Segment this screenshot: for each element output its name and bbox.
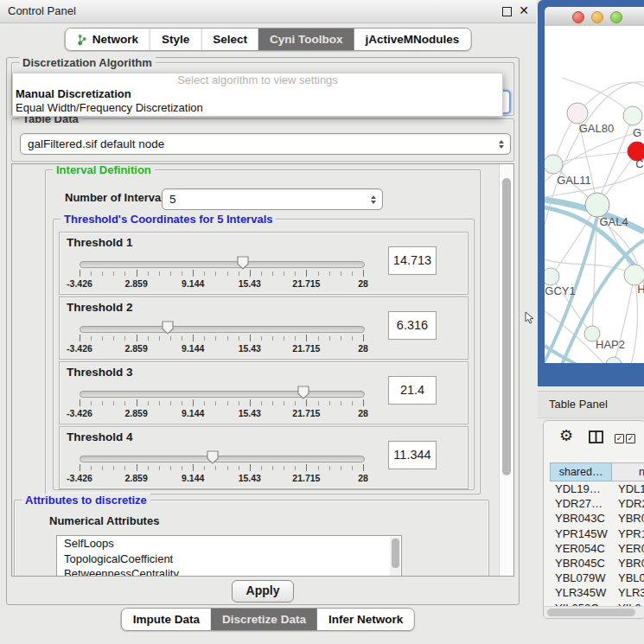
table-horizontal-scrollbar[interactable] <box>544 606 644 618</box>
network-node[interactable] <box>623 106 642 125</box>
tab-infer-network[interactable]: Infer Network <box>317 609 414 630</box>
attributes-listbox[interactable]: SelfLoopsTopologicalCoefficientBetweenne… <box>56 535 402 577</box>
threshold-slider[interactable]: -3.4262.8599.14415.4321.71528 <box>80 386 363 421</box>
node-label: HAP2 <box>596 338 625 351</box>
table-row[interactable]: YDL19…YDL1 <box>550 481 644 496</box>
tab-style[interactable]: Style <box>150 29 201 50</box>
close-traffic-light[interactable] <box>572 11 584 23</box>
threshold-value-field[interactable]: 11.344 <box>388 441 437 469</box>
tab-select[interactable]: Select <box>201 29 258 50</box>
attribute-item-betweennesscentrality[interactable]: BetweennessCentrality <box>57 566 401 577</box>
columns-icon[interactable] <box>589 430 603 443</box>
node-label: GCY1 <box>545 284 575 297</box>
network-node[interactable] <box>585 193 609 217</box>
settings-scrollpane: Interval Definition Number of Intervals … <box>11 163 514 577</box>
tab-cyni-toolbox[interactable]: Cyni Toolbox <box>258 29 354 50</box>
tick-label: 28 <box>358 408 368 418</box>
table-panel-toolbar: ⚙ ✓ ✓ <box>544 421 644 456</box>
attribute-item-selfloops[interactable]: SelfLoops <box>57 536 401 552</box>
algorithm-option-equal-width-frequency-discretization[interactable]: Equal Width/Frequency Discretization <box>13 101 502 115</box>
column-header-shared-name[interactable]: shared… <box>550 462 612 481</box>
algorithm-placeholder-option[interactable]: Select algorithm to view settings <box>13 73 502 87</box>
attribute-item-topologicalcoefficient[interactable]: TopologicalCoefficient <box>57 552 401 567</box>
table-cell: YBR045C <box>550 556 612 571</box>
threshold-value-field[interactable]: 14.713 <box>388 246 437 275</box>
table-row[interactable]: YPR145WYPR1 <box>550 526 644 541</box>
slider-major-tick <box>363 270 364 277</box>
table-cell: YBR0 <box>612 511 644 526</box>
threshold-label: Threshold 2 <box>67 301 133 314</box>
minimize-traffic-light[interactable] <box>591 11 603 23</box>
table-panel-titlebar: Table Panel <box>538 391 644 418</box>
table-row[interactable]: YER054CYER0 <box>550 541 644 556</box>
checkbox-icon[interactable]: ✓ <box>615 434 624 443</box>
slider-major-tick <box>137 399 137 406</box>
table-data-group: Table Data galFiltered.sif default node <box>11 118 514 162</box>
tick-label: 9.144 <box>182 343 204 354</box>
table-row[interactable]: YBR043CYBR0 <box>550 511 644 526</box>
slider-major-tick <box>80 270 80 277</box>
table-panel-window: ⚙ ✓ ✓ shared… na YDL19…YDL1YDR27…YDR2YBR… <box>543 420 644 619</box>
threshold-slider[interactable]: -3.4262.8599.14415.4321.71528 <box>80 451 363 486</box>
slider-major-tick <box>363 464 364 471</box>
control-panel-tabbar: NetworkStyleSelectCyni ToolboxjActiveMNo… <box>65 28 472 51</box>
threshold-value-field[interactable]: 6.316 <box>388 311 437 340</box>
cyni-toolbox-panel: Discretization Algorithm Table Data galF… <box>6 57 520 605</box>
tick-label: -3.426 <box>67 343 92 354</box>
tab-discretize-data[interactable]: Discretize Data <box>211 609 317 630</box>
tick-label: -3.426 <box>67 278 92 289</box>
algorithm-option-manual-discretization[interactable]: Manual Discretization <box>13 87 502 101</box>
threshold-slider[interactable]: -3.4262.8599.14415.4321.71528 <box>80 257 363 291</box>
column-header-name[interactable]: na <box>612 462 644 481</box>
tab-label: Select <box>213 29 247 50</box>
network-node[interactable] <box>545 268 559 285</box>
table-row[interactable]: YBL079WYBL0 <box>550 571 644 585</box>
network-edge <box>553 151 637 164</box>
threshold-value-field[interactable]: 21.4 <box>388 376 437 405</box>
tick-label: 21.715 <box>292 473 320 483</box>
network-node[interactable] <box>606 357 622 363</box>
list-scrollbar[interactable] <box>390 537 400 577</box>
slider-thumb[interactable] <box>161 321 174 335</box>
num-intervals-label: Number of Intervals <box>65 191 170 204</box>
zoom-traffic-light[interactable] <box>610 11 622 23</box>
settings-scrollbar-thumb[interactable] <box>502 178 511 475</box>
network-canvas[interactable]: GAL80GGAL11CGAL4GCY1HHAP2 <box>545 26 644 363</box>
slider-major-tick <box>80 399 80 406</box>
gear-icon[interactable]: ⚙ <box>559 426 573 445</box>
table-row[interactable]: YDR27…YDR2 <box>550 496 644 511</box>
apply-button[interactable]: Apply <box>232 580 294 603</box>
num-intervals-combobox[interactable]: 5 <box>162 188 383 210</box>
slider-track[interactable] <box>80 391 365 398</box>
network-node[interactable] <box>567 103 588 124</box>
checkbox-icon[interactable]: ✓ <box>626 434 635 443</box>
table-data-combobox[interactable]: galFiltered.sif default node <box>20 133 511 155</box>
network-node[interactable] <box>545 155 563 174</box>
list-scrollbar-thumb[interactable] <box>392 539 399 568</box>
table-row[interactable]: YLR345WYLR3 <box>550 585 644 600</box>
tab-jactivemnodules[interactable]: jActiveMNodules <box>354 29 471 50</box>
slider-track[interactable] <box>80 456 365 462</box>
tab-network[interactable]: Network <box>66 29 150 50</box>
table-cell: YBR0 <box>612 556 644 571</box>
slider-thumb[interactable] <box>237 256 250 270</box>
threshold-slider[interactable]: -3.4262.8599.14415.4321.71528 <box>80 322 363 356</box>
node-label: H <box>637 283 644 296</box>
table-row[interactable]: YBR045CYBR0 <box>550 556 644 571</box>
tick-label: 2.859 <box>124 278 147 289</box>
tick-label: 21.715 <box>292 343 320 354</box>
settings-vertical-scrollbar[interactable] <box>499 164 513 576</box>
table-scrollbar-thumb[interactable] <box>547 609 635 616</box>
network-window-titlebar <box>545 7 644 27</box>
tick-label: 9.144 <box>182 408 204 418</box>
slider-thumb[interactable] <box>207 450 220 464</box>
tab-label: Discretize Data <box>222 609 306 630</box>
tab-impute-data[interactable]: Impute Data <box>122 609 211 630</box>
slider-major-tick <box>250 464 251 471</box>
close-icon[interactable]: ✕ <box>519 3 529 17</box>
slider-thumb[interactable] <box>297 386 310 399</box>
float-window-icon[interactable] <box>502 7 512 16</box>
slider-track[interactable] <box>80 326 365 333</box>
slider-track[interactable] <box>80 261 365 268</box>
tick-label: 15.43 <box>239 278 261 289</box>
